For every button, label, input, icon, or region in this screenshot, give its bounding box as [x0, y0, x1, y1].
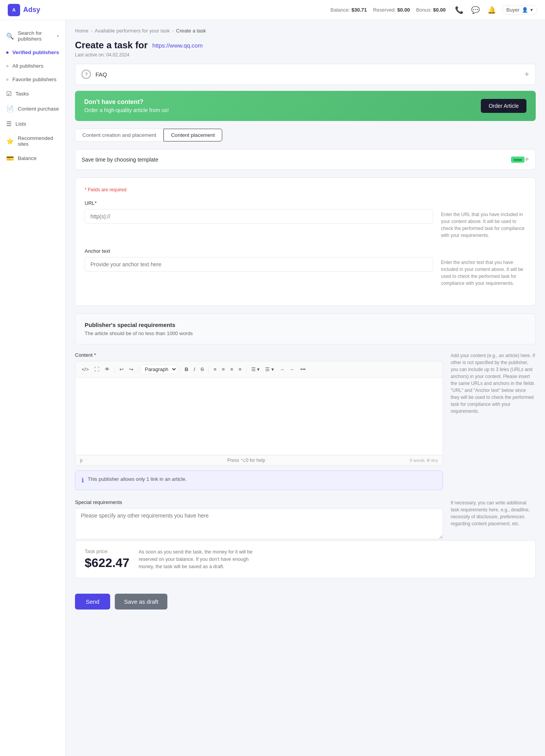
indent-button[interactable]: →	[277, 365, 287, 374]
sidebar-item-balance[interactable]: 💳 Balance	[0, 151, 65, 166]
lists-icon: ☰	[6, 120, 12, 128]
code-view-button[interactable]: </>	[79, 365, 91, 374]
breadcrumb-available[interactable]: Available performers for your task	[95, 28, 170, 34]
buyer-menu[interactable]: Buyer 👤 ▾	[502, 5, 537, 15]
sidebar-item-recommended-sites[interactable]: ⭐ Recommended sites	[0, 131, 65, 151]
keyboard-shortcut-hint: Press ⌥0 for help	[227, 458, 265, 463]
publisher-req-title: Publisher's special requirements	[85, 322, 526, 328]
redo-button[interactable]: ↪	[127, 365, 136, 374]
logo-icon: A	[8, 4, 20, 16]
breadcrumb-home[interactable]: Home	[75, 28, 89, 34]
required-asterisk: *	[85, 187, 87, 192]
page-title: Create a task for	[75, 40, 148, 51]
breadcrumb: Home › Available performers for your tas…	[75, 28, 536, 34]
required-note: * Fields are required	[85, 187, 526, 192]
paragraph-tag: p	[80, 458, 83, 463]
anchor-hint: Enter the anchor text that you have incl…	[441, 248, 526, 287]
sidebar-item-favorite-publishers[interactable]: Favorite publishers	[0, 73, 65, 86]
align-right-button[interactable]: ≡	[228, 365, 236, 374]
toolbar-separator	[246, 366, 247, 373]
faq-section: ? FAQ +	[75, 64, 536, 85]
sidebar-item-label: Search for publishers	[18, 30, 53, 42]
search-icon: 🔍	[6, 32, 14, 40]
align-justify-button[interactable]: ≡	[236, 365, 244, 374]
nav-icons: 📞 💬 🔔 Buyer 👤 ▾	[453, 4, 537, 16]
sidebar-item-label: Lists	[15, 121, 26, 127]
save-as-draft-button[interactable]: Save as draft	[115, 594, 167, 610]
fullscreen-button[interactable]: ⛶	[92, 365, 102, 374]
chat-icon[interactable]: 💬	[470, 4, 481, 16]
more-options-button[interactable]: •••	[298, 365, 308, 374]
special-req-container: Special requirements	[75, 499, 443, 540]
editor-footer: p Press ⌥0 for help 0 words ⚙ tiny	[75, 455, 443, 465]
tab-content-creation-placement[interactable]: Content creation and placement	[75, 129, 164, 141]
faq-header[interactable]: ? FAQ +	[75, 64, 535, 84]
anchor-input[interactable]	[85, 257, 433, 272]
url-label: URL*	[85, 200, 433, 206]
paragraph-select[interactable]: Paragraph	[141, 364, 177, 374]
main-content: Home › Available performers for your tas…	[66, 20, 545, 756]
strikethrough-button[interactable]: S	[198, 365, 206, 374]
align-left-button[interactable]: ≡	[211, 365, 219, 374]
sidebar-item-label: Recommended sites	[18, 135, 59, 147]
sidebar-item-label: All publishers	[12, 63, 43, 69]
outdent-button[interactable]: ←	[288, 365, 297, 374]
editor-body[interactable]	[75, 378, 443, 455]
buyer-avatar-icon: 👤	[522, 7, 528, 13]
special-req-input[interactable]	[75, 508, 443, 539]
sidebar-item-label: Balance	[18, 155, 37, 161]
italic-button[interactable]: I	[191, 365, 198, 374]
preview-button[interactable]: 👁	[102, 365, 112, 374]
top-navigation: A Adsy Balance: $30.71 Reserved: $0.00 B…	[0, 0, 545, 20]
balance-icon: 💳	[6, 155, 14, 162]
content-hint: Add your content (e.g., an article) here…	[451, 352, 536, 490]
unordered-list-button[interactable]: ☰ ▾	[249, 365, 262, 374]
logo-text: Adsy	[23, 6, 40, 14]
faq-question-icon: ?	[82, 70, 91, 79]
faq-label: FAQ	[95, 71, 520, 78]
tab-content-placement[interactable]: Content placement	[164, 129, 222, 141]
url-section: URL* Enter the URL that you have include…	[85, 200, 526, 239]
order-article-banner: Don't have content? Order a high-quality…	[75, 91, 536, 121]
tiny-logo: ⚙ tiny	[426, 458, 438, 463]
url-input[interactable]	[85, 209, 433, 224]
sidebar-item-search-publishers[interactable]: 🔍 Search for publishers ▾	[0, 26, 65, 46]
toolbar-separator	[138, 366, 138, 373]
price-left: Task price: $622.47	[85, 548, 129, 570]
template-section: Save time by choosing template new +	[75, 149, 536, 170]
order-article-button[interactable]: Order Article	[481, 99, 526, 113]
sidebar-item-all-publishers[interactable]: All publishers	[0, 59, 65, 73]
faq-expand-icon: +	[525, 70, 529, 79]
notification-icon[interactable]: 🔔	[486, 4, 497, 16]
breadcrumb-separator: ›	[172, 28, 174, 34]
align-center-button[interactable]: ≡	[220, 365, 227, 374]
ordered-list-button[interactable]: ☰ ▾	[263, 365, 276, 374]
toolbar-separator	[180, 366, 180, 373]
bold-button[interactable]: B	[182, 365, 191, 374]
editor-toolbar: </> ⛶ 👁 ↩ ↪ Paragraph B I S	[75, 361, 443, 378]
last-active-text: Last active on: 04.02.2024	[75, 52, 536, 58]
template-expand-icon: +	[525, 155, 529, 164]
sidebar-item-content-purchase[interactable]: 📄 Content purchase	[0, 101, 65, 116]
publisher-req-text: The article should be of no less than 10…	[85, 330, 526, 336]
sidebar-item-lists[interactable]: ☰ Lists	[0, 116, 65, 131]
phone-icon[interactable]: 📞	[453, 4, 465, 16]
content-area: Content * </> ⛶ 👁 ↩ ↪ Paragraph	[75, 352, 536, 490]
template-badge: new	[511, 157, 525, 163]
breadcrumb-current: Create a task	[176, 28, 206, 34]
template-header[interactable]: Save time by choosing template new +	[75, 150, 535, 169]
sidebar: 🔍 Search for publishers ▾ Verified publi…	[0, 20, 66, 756]
price-amount: $622.47	[85, 556, 129, 570]
undo-button[interactable]: ↩	[117, 365, 126, 374]
publisher-url-link[interactable]: https://www.qq.com	[152, 42, 203, 49]
special-req-hint: If necessary, you can write additional t…	[451, 499, 536, 540]
sidebar-item-verified-publishers[interactable]: Verified publishers	[0, 46, 65, 59]
word-count: 0 words	[410, 458, 425, 463]
sidebar-item-tasks[interactable]: ☑ Tasks	[0, 86, 65, 101]
sidebar-item-label: Content purchase	[18, 106, 59, 112]
send-button[interactable]: Send	[75, 594, 110, 610]
page-header: Create a task for https://www.qq.com Las…	[75, 40, 536, 58]
tasks-icon: ☑	[6, 90, 12, 97]
nav-right: Balance: $30.71 Reserved: $0.00 Bonus: $…	[330, 4, 537, 16]
url-hint: Enter the URL that you have included in …	[441, 200, 526, 239]
